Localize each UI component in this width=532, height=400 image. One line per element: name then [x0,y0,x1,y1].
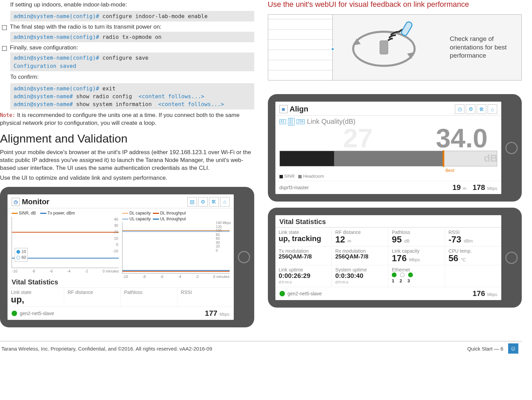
gear-icon[interactable]: ⚙ [466,104,475,114]
home-button-icon [505,142,518,154]
time-selector[interactable]: 10 60 [15,248,28,262]
wrench-icon[interactable]: 🛠 [209,197,219,207]
step-tx-text: The final step with the radio is to turn… [10,24,161,30]
align-title: Align [290,105,308,114]
chart-throughput: 140 Mbps120100806040200 -10-8-6-4-20 min… [122,222,229,273]
signal-icon[interactable]: ▤ [187,197,197,207]
lq-bar: dB [279,151,498,166]
step-save-text: Finally, save configuration: [10,44,78,51]
align-para1: Point your mobile device's browser at th… [0,149,254,172]
legend-right: DL capacity DL throughput UL capacity UL… [122,210,229,222]
right-heading: Use the unit's webUI for visual feedback… [268,0,522,9]
device-vital: Vital Statistics Link stateup, tracking … [268,208,522,308]
vital-title: Vital Statistics [275,215,502,227]
svg-rect-4 [400,21,413,36]
yticks-right: 140 Mbps120100806040200 [216,221,231,252]
svg-rect-3 [380,41,388,54]
align-para2: Use the UI to optimize and validate link… [0,174,254,182]
map-illustration [268,14,333,80]
home-icon[interactable]: ⌂ [220,197,230,207]
status-dot-icon [12,311,17,316]
node-name: gen2-net5-slave [288,291,322,296]
footer-left: Tarana Wireless, Inc. Proprietary, Confi… [1,346,212,352]
code-tx: admin@system-name(config)# radio tx-opmo… [10,32,254,42]
note: Note: It is recommended to configure the… [0,112,254,127]
node-name: gen2-net5-slave [20,311,54,316]
footer-right: Quick Start — 6 [467,346,503,352]
monitor-icon: ◷ [12,198,20,206]
lq-legend: SINR Headroom [275,173,502,181]
yticks-left: 403020100-10 [113,216,118,254]
badge-1: 61 [279,119,286,124]
best-label: Best [445,168,501,173]
home-button-icon [238,251,250,263]
device-align: ◙Align ◷ ⚙ 🛠 ⌂ 61 6161 234 Link Quality(… [268,94,522,202]
wrench-icon[interactable]: 🛠 [477,104,486,114]
monitor-title: Monitor [22,197,49,206]
left-column: If setting up indoors, enable indoor-lab… [0,0,254,327]
section-alignment: Alignment and Validation [0,132,254,145]
gear-icon[interactable]: ⚙ [198,197,208,207]
home-button-icon [505,252,518,264]
home-icon[interactable]: ⌂ [488,104,497,114]
code-indoor: admin@system-name(config)# configure ind… [10,11,254,21]
right-column: Use the unit's webUI for visual feedback… [264,0,522,327]
device-monitor: ◷Monitor ▤ ⚙ 🛠 ⌂ SINR, dB [0,187,254,328]
connector-dot-icon [331,47,334,51]
badge-3: 234 [297,119,305,124]
checkbox-icon [2,46,7,51]
node-name: dsprf3-master [279,185,309,190]
checkbox-icon [2,25,7,30]
code-confirm: admin@system-name(config)# exit admin@sy… [10,83,254,110]
ethernet-dots [392,272,441,278]
confirm-text: To confirm: [10,73,254,81]
person-icon: ☺ [508,343,518,354]
badge-2: 6161 [288,118,294,125]
illus-caption: Check range of orientations for best per… [450,35,511,60]
page-footer: Tarana Wireless, Inc. Proprietary, Confi… [0,341,522,354]
clock-icon[interactable]: ◷ [455,104,464,114]
chart-sinr: 403020100-10 10 60 -10-8-6-4-20 minutes [12,217,119,268]
status-dot-icon [279,291,285,296]
legend-left: SINR, dB Tx power, dBm [12,210,119,216]
step-indoor: If setting up indoors, enable indoor-lab… [10,1,254,9]
lq-value: 27 34.0 [275,125,502,151]
code-save: admin@system-name(config)# configure sav… [10,53,254,71]
align-icon: ◙ [279,105,288,113]
orientation-illustration: Check range of orientations for best per… [332,14,522,80]
